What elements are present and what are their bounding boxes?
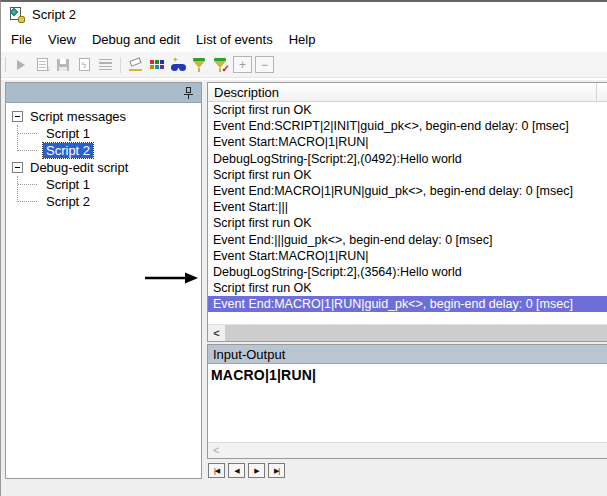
description-column-label: Description	[214, 85, 279, 100]
tab-bar: |◀◀▶▶| Script messagesTrial event	[208, 461, 607, 484]
toolbar-separator	[120, 57, 121, 73]
tree-group-label: Debug-edit script	[30, 160, 128, 175]
event-row[interactable]: Script first run OK	[208, 167, 607, 183]
menubar: FileViewDebug and editList of eventsHelp	[1, 27, 607, 52]
tab-nav-next-button[interactable]: ▶	[248, 463, 265, 478]
event-row[interactable]: Event End:MACRO|1|RUN|guid_pk<>, begin-e…	[208, 296, 607, 312]
menu-item-debug-and-edit[interactable]: Debug and edit	[84, 29, 188, 50]
tree-group-label: Script messages	[30, 109, 126, 124]
color-grid-icon[interactable]	[147, 55, 167, 75]
run-icon[interactable]	[11, 55, 31, 75]
zoom-in-button[interactable]: +	[233, 56, 252, 73]
event-row[interactable]: Script first run OK	[208, 280, 607, 296]
zoom-out-button[interactable]: −	[255, 56, 274, 73]
menu-item-list-of-events[interactable]: List of events	[188, 29, 281, 50]
event-row[interactable]: Script first run OK	[208, 215, 607, 231]
input-output-panel: Input-Output MACRO|1|RUN| <	[207, 344, 607, 459]
event-row[interactable]: Event Start:MACRO|1|RUN|	[208, 134, 607, 150]
toolbar-gripper	[5, 57, 6, 72]
event-row[interactable]: Event Start:MACRO|1|RUN|	[208, 248, 607, 264]
scroll-track[interactable]	[225, 325, 607, 341]
main-area: Script messagesScript 1Script 2Debug-edi…	[1, 80, 607, 496]
filter-icon[interactable]	[189, 55, 209, 75]
menu-item-help[interactable]: Help	[281, 29, 324, 50]
tree-item-debug-edit-script-script-2[interactable]: Script 2	[6, 193, 201, 210]
event-row[interactable]: Event End:MACRO|1|RUN|guid_pk<>, begin-e…	[208, 183, 607, 199]
tab-nav-buttons: |◀◀▶▶|	[208, 463, 285, 478]
list-lines-icon[interactable]	[95, 55, 115, 75]
description-panel: Description Script first run OKEvent End…	[207, 82, 607, 342]
tree-item-debug-edit-script-script-1[interactable]: Script 1	[6, 176, 201, 193]
tree-item-label: Script 1	[43, 126, 93, 141]
find-icon[interactable]: ✦	[168, 55, 188, 75]
event-row[interactable]: Event Start:|||	[208, 199, 607, 215]
description-hscrollbar[interactable]: <	[208, 324, 607, 341]
tree-group-script-messages[interactable]: Script messages	[6, 108, 201, 125]
event-row[interactable]: DebugLogString-[Script:2],(3564):Hello w…	[208, 264, 607, 280]
script-tree: Script messagesScript 1Script 2Debug-edi…	[6, 103, 201, 210]
tab-label: Trial event	[290, 461, 334, 481]
tree-group-debug-edit-script[interactable]: Debug-edit script	[6, 159, 201, 176]
run-script-icon[interactable]: ϟ	[74, 55, 94, 75]
event-row[interactable]: Event End:|||guid_pk<>, begin-end delay:…	[208, 232, 607, 248]
annotation-arrow-icon	[144, 272, 199, 284]
tab-label: Script messages	[293, 461, 337, 481]
titlebar: Script 2	[1, 2, 607, 27]
scroll-left-button[interactable]: <	[208, 325, 225, 341]
menu-item-file[interactable]: File	[3, 29, 40, 50]
input-output-header: Input-Output	[208, 345, 607, 364]
tree-item-label: Script 2	[43, 143, 93, 158]
tree-panel-header	[6, 83, 201, 103]
tab-nav-last-button[interactable]: ▶|	[268, 463, 285, 478]
tab-nav-first-button[interactable]: |◀	[208, 463, 225, 478]
pin-icon[interactable]	[184, 86, 193, 100]
toolbar: ↓ ϟ ✦ ✓ + −	[1, 52, 607, 78]
io-hscrollbar[interactable]: <	[208, 442, 607, 458]
export-list-icon[interactable]: ↓	[32, 55, 52, 75]
tree-item-label: Script 2	[43, 194, 93, 209]
filter-apply-icon[interactable]: ✓	[210, 55, 230, 75]
event-row[interactable]: DebugLogString-[Script:2],(0492):Hello w…	[208, 151, 607, 167]
tree-item-script-messages-script-1[interactable]: Script 1	[6, 125, 201, 142]
window-title: Script 2	[32, 7, 76, 22]
tree-collapse-icon[interactable]	[12, 111, 23, 122]
event-row[interactable]: Script first run OK	[208, 102, 607, 118]
app-icon	[8, 7, 25, 23]
event-row[interactable]: Event End:SCRIPT|2|INIT|guid_pk<>, begin…	[208, 118, 607, 134]
description-column-header[interactable]: Description	[208, 83, 607, 102]
save-icon[interactable]	[53, 55, 73, 75]
tree-collapse-icon[interactable]	[12, 162, 23, 173]
event-list: Script first run OKEvent End:SCRIPT|2|IN…	[208, 102, 607, 312]
input-output-content[interactable]: MACRO|1|RUN|	[208, 364, 607, 386]
tree-item-script-messages-script-2[interactable]: Script 2	[6, 142, 201, 159]
column-separator	[596, 83, 597, 101]
tree-item-label: Script 1	[43, 177, 93, 192]
tab-nav-prev-button[interactable]: ◀	[228, 463, 245, 478]
eraser-icon[interactable]	[126, 55, 146, 75]
menu-item-view[interactable]: View	[40, 29, 84, 50]
